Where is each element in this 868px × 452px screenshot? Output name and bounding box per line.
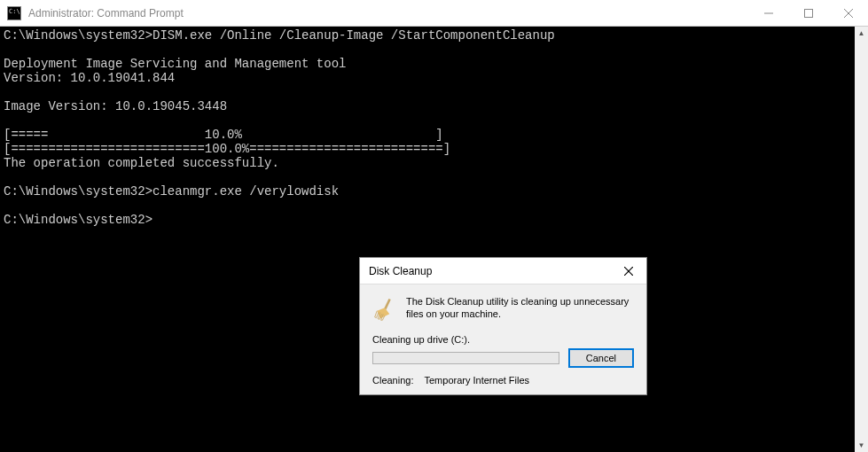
close-button[interactable] [828, 0, 868, 26]
scroll-track[interactable] [855, 40, 868, 439]
svg-rect-1 [804, 9, 812, 17]
terminal-line: [==========================100.0%=======… [4, 142, 450, 156]
terminal-line: C:\Windows\system32> [4, 213, 152, 227]
window-title: Administrator: Command Prompt [28, 7, 748, 19]
cmd-icon [7, 6, 21, 20]
progress-bar [372, 352, 559, 364]
cleaning-label: Cleaning: [372, 375, 413, 386]
minimize-button[interactable] [748, 0, 788, 26]
scroll-down-icon[interactable]: ▼ [855, 439, 868, 452]
dialog-body: The Disk Cleanup utility is cleaning up … [360, 284, 646, 394]
broom-icon [372, 297, 397, 322]
terminal-line: Image Version: 10.0.19045.3448 [4, 99, 227, 113]
terminal-line: C:\Windows\system32>cleanmgr.exe /verylo… [4, 184, 339, 199]
disk-cleanup-dialog: Disk Cleanup The Disk Cleanup utility is… [359, 257, 647, 395]
svg-rect-6 [384, 299, 391, 309]
dialog-message: The Disk Cleanup utility is cleaning up … [406, 295, 634, 321]
cleaning-value: Temporary Internet Files [424, 375, 529, 386]
window-titlebar: Administrator: Command Prompt [0, 0, 868, 27]
vertical-scrollbar[interactable]: ▲ ▼ [855, 27, 868, 452]
dialog-title: Disk Cleanup [369, 265, 611, 277]
dialog-titlebar[interactable]: Disk Cleanup [360, 258, 646, 284]
dialog-close-button[interactable] [611, 258, 646, 284]
scroll-up-icon[interactable]: ▲ [855, 27, 868, 40]
maximize-button[interactable] [788, 0, 828, 26]
terminal-line: The operation completed successfully. [4, 156, 279, 170]
cancel-button[interactable]: Cancel [568, 348, 634, 368]
terminal-line: [===== 10.0% ] [4, 128, 443, 142]
terminal-line: Version: 10.0.19041.844 [4, 71, 175, 85]
terminal-line: Deployment Image Servicing and Managemen… [4, 57, 346, 71]
terminal-line: C:\Windows\system32>DISM.exe /Online /Cl… [4, 28, 555, 43]
window-controls [748, 0, 868, 26]
dialog-status: Cleaning up drive (C:). [372, 334, 634, 345]
